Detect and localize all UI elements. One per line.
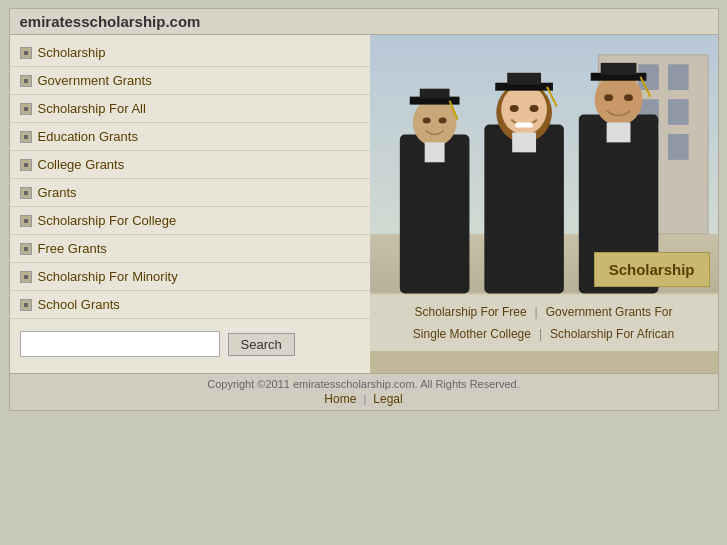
links-bar: Scholarship For Free | Government Grants… — [370, 295, 718, 351]
right-side: Scholarship Scholarship For Free | Gover… — [370, 35, 718, 373]
nav-item-scholarship[interactable]: Scholarship — [10, 39, 370, 67]
svg-rect-26 — [512, 132, 536, 152]
scholarship-badge[interactable]: Scholarship — [594, 252, 710, 287]
svg-rect-35 — [606, 122, 630, 142]
link-sep-2: | — [539, 327, 542, 341]
svg-point-28 — [529, 105, 538, 112]
graduation-photo: Scholarship — [370, 35, 718, 295]
svg-point-31 — [594, 74, 642, 126]
link-scholarship-for-free[interactable]: Scholarship For Free — [415, 305, 527, 319]
nav-bullet — [20, 299, 32, 311]
nav-bullet — [20, 215, 32, 227]
footer-link-legal[interactable]: Legal — [373, 392, 402, 406]
link-government-grants-for[interactable]: Government Grants For — [546, 305, 673, 319]
nav-label: College Grants — [38, 157, 125, 172]
search-input[interactable] — [20, 331, 220, 357]
nav-label: Scholarship — [38, 45, 106, 60]
link-single-mother-college[interactable]: Single Mother College — [413, 327, 531, 341]
nav-item-school-grants[interactable]: School Grants — [10, 291, 370, 319]
svg-point-13 — [412, 99, 456, 147]
svg-rect-8 — [668, 100, 688, 125]
main-container: emiratesscholarship.com Scholarship Gove… — [9, 8, 719, 411]
nav-bullet — [20, 47, 32, 59]
nav-bullet — [20, 187, 32, 199]
svg-rect-29 — [515, 122, 533, 127]
link-scholarship-for-african[interactable]: Scholarship For African — [550, 327, 674, 341]
nav-item-government-grants[interactable]: Government Grants — [10, 67, 370, 95]
search-button[interactable]: Search — [228, 333, 295, 356]
footer-sep: | — [363, 393, 366, 405]
svg-rect-33 — [600, 63, 636, 75]
nav-bullet — [20, 103, 32, 115]
nav-bullet — [20, 271, 32, 283]
nav-item-scholarship-for-minority[interactable]: Scholarship For Minority — [10, 263, 370, 291]
svg-point-19 — [438, 118, 446, 124]
nav-label: Government Grants — [38, 73, 152, 88]
footer: Copyright ©2011 emiratesscholarship.com.… — [10, 373, 718, 410]
svg-point-27 — [509, 105, 518, 112]
nav-item-free-grants[interactable]: Free Grants — [10, 235, 370, 263]
left-nav: Scholarship Government Grants Scholarshi… — [10, 35, 370, 373]
svg-point-37 — [624, 94, 633, 101]
links-row-2: Single Mother College | Scholarship For … — [380, 323, 708, 345]
links-row-1: Scholarship For Free | Government Grants… — [380, 301, 708, 323]
footer-link-home[interactable]: Home — [324, 392, 356, 406]
content-area: Scholarship Government Grants Scholarshi… — [10, 35, 718, 373]
nav-label: School Grants — [38, 297, 120, 312]
nav-label: Scholarship For All — [38, 101, 146, 116]
nav-item-college-grants[interactable]: College Grants — [10, 151, 370, 179]
link-sep-1: | — [535, 305, 538, 319]
svg-rect-15 — [419, 89, 449, 99]
footer-links: Home | Legal — [14, 392, 714, 406]
svg-rect-17 — [424, 142, 444, 162]
search-area: Search — [10, 319, 370, 369]
nav-label: Free Grants — [38, 241, 107, 256]
header-bar: emiratesscholarship.com — [10, 9, 718, 35]
nav-item-education-grants[interactable]: Education Grants — [10, 123, 370, 151]
nav-bullet — [20, 75, 32, 87]
nav-label: Scholarship For Minority — [38, 269, 178, 284]
nav-bullet — [20, 243, 32, 255]
outer-wrapper: emiratesscholarship.com Scholarship Gove… — [0, 0, 727, 545]
nav-item-scholarship-for-college[interactable]: Scholarship For College — [10, 207, 370, 235]
nav-label: Scholarship For College — [38, 213, 177, 228]
svg-rect-5 — [668, 65, 688, 90]
copyright-text: Copyright ©2011 emiratesscholarship.com.… — [14, 378, 714, 390]
nav-bullet — [20, 159, 32, 171]
nav-item-grants[interactable]: Grants — [10, 179, 370, 207]
nav-label: Education Grants — [38, 129, 138, 144]
nav-label: Grants — [38, 185, 77, 200]
svg-rect-24 — [507, 73, 541, 85]
svg-rect-11 — [668, 134, 688, 159]
svg-point-18 — [422, 118, 430, 124]
nav-item-scholarship-for-all[interactable]: Scholarship For All — [10, 95, 370, 123]
domain-title[interactable]: emiratesscholarship.com — [20, 13, 201, 30]
nav-bullet — [20, 131, 32, 143]
svg-point-36 — [604, 94, 613, 101]
